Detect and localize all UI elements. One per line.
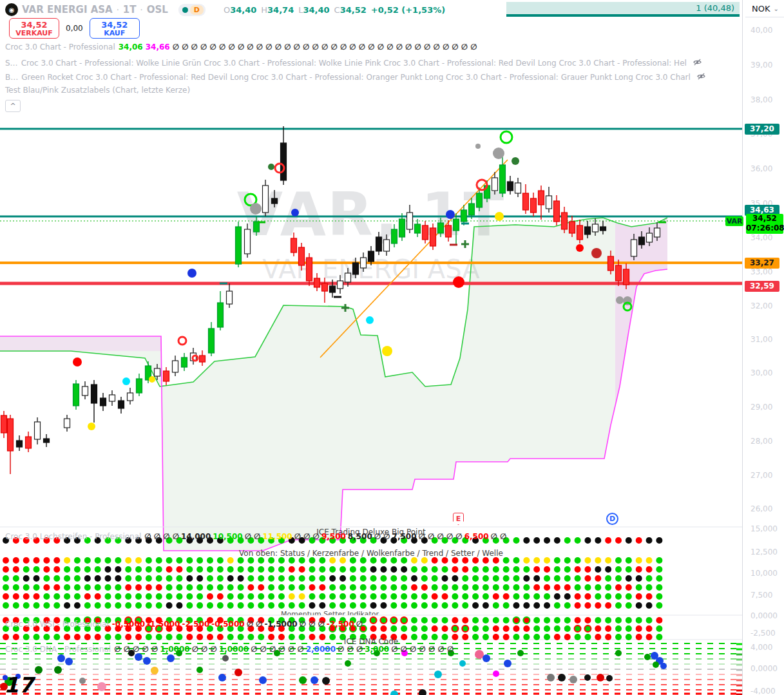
panel2-tick: -2,500 [751,629,776,638]
panel3-tick: 0,0000 [751,664,778,673]
buy-price: 34,52 [90,19,139,30]
price-tick: 32,00 [751,301,772,310]
trading-platform: { "header": { "symbol": "VAR ENERGI ASA"… [0,0,784,695]
symbol-name[interactable]: VAR ENERGI ASA [22,4,113,15]
dna-scale-mark [736,659,742,661]
panel2-tick: 7,500 [751,591,772,600]
legend-row-b[interactable]: B… Green Rocket Croc 3.0 Chart - Profess… [5,71,706,83]
price-level-label: 37,20 [745,124,779,135]
interval-selector[interactable]: 1T [123,4,137,15]
panel2-tick: 12,500 [751,547,778,557]
dividend-badge[interactable]: D [606,513,618,525]
price-tick: 28,00 [751,437,772,446]
dna-scale-mark [736,654,742,656]
dna-scale-mark [736,674,742,676]
high-value: 34,74 [267,5,294,15]
price-tick: 30,00 [751,368,772,377]
panel3-tick: -4,000 [751,687,776,695]
price-tick: 31,00 [751,335,772,344]
sell-button[interactable]: 34,52 VERKAUF [9,18,59,39]
collapse-legend-button[interactable]: ^ [5,100,21,112]
spread-value: 0,00 [66,24,83,33]
dna-scale-mark [736,690,742,692]
momentum-legend-row[interactable]: Croc 3.0 WSI - Professional -0,5000-1,50… [5,620,365,629]
panel2-legend-row[interactable]: Croc 3.0 Lochstreifen - Professional ∅ ∅… [5,532,508,541]
price-tick: 27,00 [751,471,772,480]
market-open-dot-icon [182,7,188,13]
price-level-label: 33,27 [745,258,779,269]
ohlc-values: O34,40 H34,74 L34,40 C34,52 +0,52 (+1,53… [224,5,445,15]
croc-chart-values: 34,0634,66∅ ∅ ∅ ∅ ∅ ∅ ∅ ∅ ∅ ∅ ∅ ∅ ∅ ∅ ∅ … [119,43,480,52]
position-bar[interactable]: 1 (40,48) [506,2,740,14]
price-tick: 34,00 [751,233,772,242]
dna-scale-mark [736,685,742,687]
momentum-title: Momentum Setter Indikator [281,610,397,615]
symbol-logo-icon[interactable]: ◉ [5,3,18,16]
dna-scale-mark [736,669,742,671]
eye-off-icon[interactable] [696,71,706,83]
price-tick: 40,00 [751,26,772,35]
price-tick: 39,00 [751,61,772,70]
dna-scale-mark [736,649,742,651]
eye-off-icon[interactable] [693,57,702,69]
low-value: 34,40 [303,5,329,15]
main-chart-canvas[interactable] [0,0,784,695]
price-tick: 29,00 [751,403,772,412]
dna-scale-mark [736,680,742,681]
panel2-tick: 10,000 [751,569,778,578]
panel2-tick: 15,000 [751,524,778,533]
trade-buttons: 34,52 VERKAUF 0,00 34,52 KAUF [9,18,140,39]
change-value: +0,52 (+1,53%) [371,5,445,15]
price-tick: 38,00 [751,95,772,104]
price-tick: 33,00 [751,267,772,276]
market-status-pill[interactable]: D [178,4,206,16]
close-value: 34,52 [340,5,367,15]
data-mode-badge: D [190,5,204,15]
panel2-tick: 0,0000 [751,611,778,620]
currency-dropdown[interactable]: NOK ⌄ [745,0,784,17]
cloud-fill-pink-left [0,336,161,351]
cloud-fill-green [0,218,667,551]
price-level-label: 32,59 [745,281,779,292]
legend-row-s[interactable]: S… Croc 3.0 Chart - Professional: Wolke … [5,57,702,69]
chevron-down-icon: ⌄ [774,5,779,12]
dna-big-number: 17 [4,672,33,695]
symbol-header: ◉ VAR ENERGI ASA · 1T · OSL D O34,40 H34… [5,3,445,16]
dna-dots [0,650,667,695]
price-tick: 26,00 [751,504,772,513]
sell-price: 34,52 [10,19,59,30]
panel2-legend-info: Von oben: Status / Kerzenfarbe / Wolkenf… [0,549,742,558]
panel3-legend-row[interactable]: Croc 3.0 DNA - Professional ∅ ∅ ∅ ∅ ∅1,0… [5,645,455,654]
position-bar-underline [506,14,740,17]
legend-row-test-labels[interactable]: Test Blau/Pink Zusatzlabels (Chart, letz… [5,86,190,95]
buy-button[interactable]: 34,52 KAUF [90,18,140,39]
var-price-tag: VAR [725,216,743,226]
price-axis[interactable]: 40,0039,0038,0037,0036,0035,0034,0033,00… [742,17,784,695]
legend-row-croc-chart[interactable]: Croc 3.0 Chart - Professional 34,0634,66… [5,43,480,52]
exchange-name[interactable]: OSL [147,4,168,15]
last-price-label: 34,5207:26:08 [746,214,783,234]
open-value: 34,40 [230,5,256,15]
price-tick: 36,00 [751,164,772,173]
dna-scale-mark [736,664,742,666]
panel3-tick: 4,000 [751,643,772,652]
